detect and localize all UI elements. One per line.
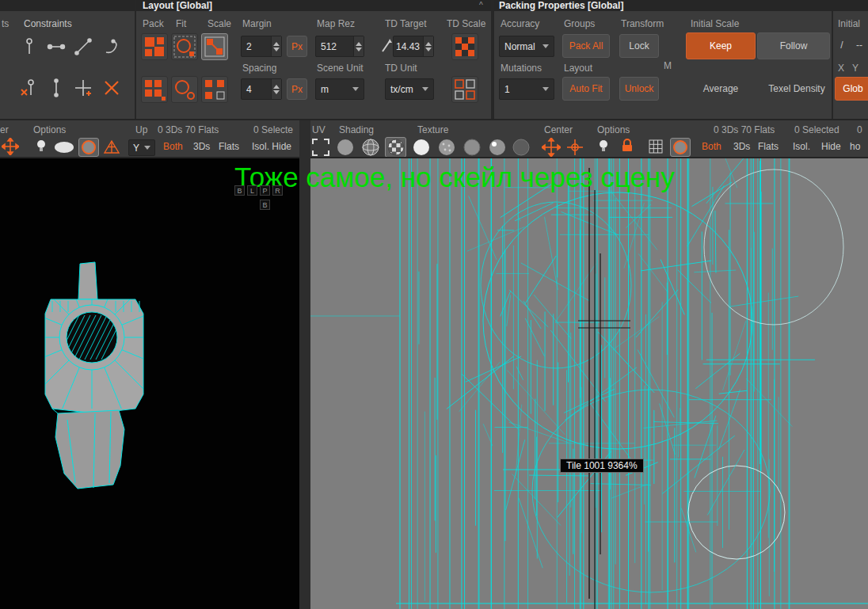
td-target-value: 14.43	[396, 41, 420, 52]
hotkey-p: P	[260, 185, 270, 196]
unlock-button[interactable]: Unlock	[619, 77, 659, 101]
up-axis-select[interactable]: Y	[128, 139, 155, 156]
panel-title-strip: Layout [Global] ^ Packing Properties [Gl…	[0, 0, 868, 11]
shading-checker-icon[interactable]	[385, 137, 406, 158]
shading-dark-icon[interactable]	[512, 138, 531, 157]
auto-fit-button[interactable]: Auto Fit	[562, 77, 610, 101]
texel-density-button[interactable]: Texel Density	[757, 77, 836, 101]
hotkey-b2: B	[260, 200, 270, 210]
remove-constraint-icon[interactable]	[101, 78, 122, 98]
uv-viewport-toolbar: UV Shading Texture Center Options 0 3Ds …	[310, 120, 868, 157]
fit-selected-icon[interactable]	[171, 76, 198, 103]
shading-gray-icon[interactable]	[463, 138, 482, 157]
layout-label: Layout	[564, 63, 592, 74]
shading-white-icon[interactable]	[412, 138, 431, 157]
lock-button[interactable]: Lock	[619, 34, 659, 58]
average-button[interactable]: Average	[686, 77, 756, 101]
uv-both-toggle[interactable]: Both	[702, 141, 721, 152]
pack-selected-icon[interactable]	[141, 76, 168, 103]
packing-panel-title: Packing Properties [Global]	[499, 0, 623, 11]
sphere-shade-toggle-icon[interactable]	[78, 138, 99, 157]
uv-toggle-fragment[interactable]: ho	[850, 141, 860, 152]
uv-flats-toggle[interactable]: Flats	[758, 141, 779, 152]
keep-scale-button[interactable]: Keep	[686, 32, 756, 59]
isolate-hide-toggle[interactable]: Isol. Hide	[252, 141, 291, 152]
counts-label: 0 3Ds 70 Flats	[158, 124, 219, 135]
accuracy-select[interactable]: Normal	[499, 36, 554, 57]
constraints-panel: ts Constraints	[0, 11, 135, 119]
margin-unit-button[interactable]: Px	[287, 36, 307, 57]
td-scale-label: TD Scale	[447, 18, 485, 29]
td-scale-checker-icon[interactable]	[451, 33, 478, 60]
margin-label: Margin	[242, 18, 272, 29]
mutations-select[interactable]: 1	[499, 78, 554, 100]
vertical-pin-icon[interactable]	[46, 78, 67, 98]
uv-light-bulb-icon[interactable]	[596, 139, 611, 153]
viewport-3d[interactable]	[0, 158, 299, 609]
flat-shade-ellipse-icon[interactable]	[52, 139, 76, 155]
fit-islands-icon[interactable]	[171, 33, 198, 60]
uv-isolate-toggle[interactable]: Isol.	[793, 141, 810, 152]
orientation-dash-button[interactable]: --	[851, 36, 868, 55]
shading-wireframe-icon[interactable]	[361, 138, 380, 157]
3ds-toggle[interactable]: 3Ds	[193, 141, 210, 152]
center-pivot-icon[interactable]	[565, 138, 584, 157]
panel-divider	[832, 11, 833, 119]
td-target-label: TD Target	[385, 18, 426, 29]
follow-scale-button[interactable]: Follow	[757, 32, 830, 59]
scale-selected-icon[interactable]	[201, 76, 228, 103]
td-target-spinner[interactable]	[423, 36, 433, 56]
shading-dots-icon[interactable]	[437, 138, 456, 157]
grid-icon[interactable]	[648, 139, 664, 154]
uv-3ds-toggle[interactable]: 3Ds	[733, 141, 750, 152]
collapse-arrow-icon[interactable]: ^	[479, 0, 483, 11]
shading-specular-icon[interactable]	[488, 138, 507, 157]
pack-islands-icon[interactable]	[141, 33, 168, 60]
wire-pyramid-icon[interactable]	[103, 139, 120, 156]
constraints-panel-label: Constraints	[24, 18, 72, 29]
both-toggle[interactable]: Both	[163, 141, 183, 152]
td-target-input[interactable]: 14.43	[393, 36, 434, 57]
flats-toggle[interactable]: Flats	[219, 141, 239, 152]
margin-input[interactable]: 2	[241, 36, 282, 57]
curve-hook-constraint-icon[interactable]	[101, 36, 122, 57]
light-bulb-icon[interactable]	[34, 139, 48, 153]
straighten-edge-icon[interactable]	[73, 36, 93, 57]
gun-wireframe-model	[0, 158, 299, 609]
global-scope-button[interactable]: Glob	[835, 77, 868, 101]
snap-constraint-icon[interactable]	[73, 78, 93, 98]
td-target-pick-icon[interactable]	[380, 37, 393, 55]
orientation-slash-button[interactable]: /	[835, 36, 849, 55]
pin-constraint-icon[interactable]	[19, 36, 40, 57]
tile-layout-icon[interactable]	[451, 76, 478, 103]
layout-panel-title: Layout [Global]	[143, 0, 212, 11]
spacing-spinner[interactable]	[271, 79, 281, 99]
scene-unit-label: Scene Unit	[317, 63, 364, 74]
unpin-constraint-icon[interactable]	[19, 78, 40, 98]
map-rez-spinner[interactable]	[353, 36, 364, 56]
panel-divider	[135, 0, 136, 119]
viewport-splitter[interactable]	[299, 120, 310, 609]
center-islands-icon[interactable]	[542, 138, 561, 157]
scale-islands-icon[interactable]	[201, 33, 228, 60]
accuracy-label: Accuracy	[501, 18, 539, 29]
edge-link-constraint-icon[interactable]	[46, 36, 67, 57]
frame-view-icon[interactable]	[311, 138, 330, 157]
spacing-input[interactable]: 4	[241, 78, 282, 100]
lock-icon[interactable]	[619, 138, 635, 154]
map-rez-input[interactable]: 512	[315, 36, 364, 57]
groups-label: Groups	[564, 18, 595, 29]
spacing-unit-button[interactable]: Px	[287, 78, 307, 100]
texture-label: Texture	[417, 124, 448, 135]
transform-label: Transform	[621, 18, 664, 29]
pack-label: Pack	[143, 18, 164, 29]
uv-hide-toggle[interactable]: Hide	[821, 141, 841, 152]
shading-flat-icon[interactable]	[336, 138, 355, 157]
move-gizmo-icon[interactable]	[2, 138, 19, 155]
pack-all-button[interactable]: Pack All	[562, 34, 610, 58]
td-unit-select[interactable]: tx/cm	[385, 78, 434, 100]
uv-sphere-toggle-icon[interactable]	[670, 138, 691, 157]
margin-spinner[interactable]	[271, 36, 281, 56]
viewport-uv[interactable]: Tile 1001 9364%	[310, 158, 868, 609]
scene-unit-select[interactable]: m	[315, 78, 364, 100]
